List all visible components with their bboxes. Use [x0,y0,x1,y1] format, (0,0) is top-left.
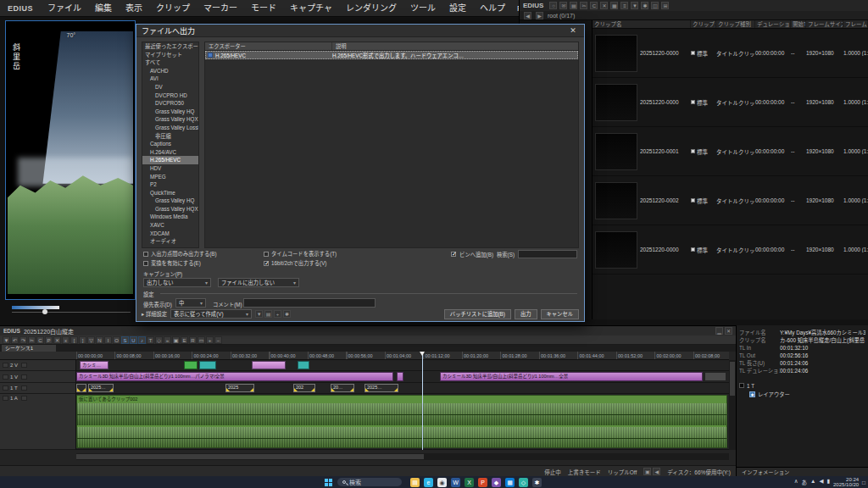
exporter-category[interactable]: DV [142,83,198,92]
paste-icon[interactable]: P [45,336,53,344]
checkbox-16bit[interactable]: 16bit/2chで出力する(V) [264,259,326,267]
audio-clip[interactable]: 仮に置いてあるクリップ002 [76,395,727,448]
scrollbar-thumb[interactable] [76,454,424,459]
timeline-horizontal-scrollbar[interactable] [76,453,729,460]
track-mute-button[interactable] [3,385,8,391]
menu-編集[interactable]: 編集 [88,0,119,17]
copy-icon[interactable]: C [590,2,598,9]
video-clip[interactable] [704,372,726,381]
track-mute-button[interactable] [3,374,8,380]
track-lane-2v[interactable]: カシミ… [76,360,729,371]
exporter-category[interactable]: P2 [142,180,198,189]
tray-expand-icon[interactable]: ∧ [794,478,798,486]
checkbox-icon[interactable] [264,261,269,266]
bin-breadcrumb[interactable]: root (0/17) [548,13,575,19]
track-header-1v[interactable]: 1 V [0,371,76,383]
caption-mode-dropdown[interactable]: 出力しない [143,278,211,287]
track-lock-button[interactable] [21,385,27,391]
close-icon[interactable]: ✕ [725,327,732,335]
preview-monitor[interactable]: 斜里岳 70° [5,20,136,300]
slider-handle[interactable] [42,309,47,314]
save-preset-icon[interactable]: ▼ [255,310,263,318]
ime-icon[interactable]: あ [802,478,808,486]
effect-tree-track[interactable]: 1 T [739,381,865,390]
chrome-icon[interactable]: ◉ [437,478,447,487]
menu-ファイル[interactable]: ファイル [41,0,88,17]
app-teal-icon[interactable]: ◇ [519,478,528,487]
title-clip[interactable]: 20… [331,384,354,392]
bin-column-6[interactable]: フレームレート [843,20,868,28]
snap-icon[interactable]: U [130,336,137,344]
delete-icon[interactable]: ✕ [53,336,61,344]
exporter-category[interactable]: MPEG [142,173,198,181]
settings-icon[interactable]: ✱ [641,2,648,9]
notifications-icon[interactable]: □ [862,480,865,485]
undo-icon[interactable]: ↶ [11,336,19,344]
scrollbar-thumb[interactable] [730,362,735,396]
explorer-icon[interactable]: ▤ [410,478,420,487]
track-lane-1v[interactable]: カシミール3D 知床半島/白山上(斜里岳どり)/1 100mm…パノラマ/全景カ… [76,371,729,383]
sequence-tab[interactable]: シーケンス1 [2,345,56,352]
add-to-batch-button[interactable]: バッチリストに追加(B) [444,309,511,319]
bin-clip-row[interactable]: 20251220-0000標準タイトルクリップ00:00:00:00--1920… [593,225,868,274]
video-clip[interactable] [298,361,309,369]
exporter-category[interactable]: Grass Valley Lossless [142,124,198,132]
cut-icon[interactable]: ✂ [28,336,36,344]
checkbox-icon[interactable] [143,261,148,266]
exporter-category[interactable]: Captions [142,140,198,148]
export-button[interactable]: 出力 [515,309,537,319]
video-clip[interactable] [199,361,216,369]
priority-dropdown[interactable]: 中 [175,298,206,308]
checkbox-show-timecode[interactable]: タイムコードを表示する(T) [264,250,337,258]
zoom-in-icon[interactable]: + [206,336,214,344]
taskbar-search[interactable]: 検索 [337,478,402,486]
column-exporter[interactable]: エクスポーター [205,42,332,50]
cancel-button[interactable]: キャンセル [541,309,579,319]
track-header-1a[interactable]: 1 A [0,394,76,450]
checkbox-icon[interactable] [451,252,456,257]
title-clip[interactable]: 202 [293,384,315,392]
expand-icon[interactable]: ⊞ [661,2,669,9]
menu-ツール[interactable]: ツール [403,0,442,17]
exporter-category[interactable]: QuickTime [142,189,198,197]
back-icon[interactable]: ◀ [524,12,531,19]
preset-filter-dropdown[interactable]: 表示に従って作成(V) [170,309,252,319]
track-header-2v[interactable]: 2 V [0,360,76,371]
track-lane-1a[interactable]: 仮に置いてあるクリップ002 [76,394,729,450]
save-icon[interactable]: ▼ [3,336,10,344]
exporter-category[interactable]: オーディオ [142,237,198,246]
redo-icon[interactable]: ↷ [19,336,27,344]
layout-icon[interactable]: ◫ [651,2,659,9]
mode-insert-icon[interactable]: I [104,336,112,344]
track-mute-button[interactable] [3,363,8,368]
checkbox-enable-convert[interactable]: 変換を有効にする(E) [143,259,201,267]
bin-clip-row[interactable]: 20251220-0001標準タイトルクリップ00:00:00:00--1920… [593,127,868,176]
zoom-out-icon[interactable]: − [214,336,222,344]
mark-out-icon[interactable]: ] [79,336,86,344]
exporter-category[interactable]: 最近使ったエクスポーター [142,42,198,51]
exporter-category[interactable]: AVI [142,75,198,83]
bin-column-0[interactable]: クリップ名 [593,20,691,28]
exporter-category[interactable]: XAVC [142,221,198,230]
track-expand-button[interactable] [21,396,27,401]
delete-icon[interactable]: ✕ [600,2,608,9]
title-clip[interactable] [76,384,86,392]
exporter-category[interactable]: HDV [142,164,198,173]
exporter-category[interactable]: Grass Valley HQ [142,108,198,116]
track-lock-button[interactable] [21,374,27,380]
effect-layouter[interactable]: ✱ レイアウター [739,390,865,398]
caption-file-dropdown[interactable]: ファイルに出力しない [218,278,299,287]
app-blue-icon[interactable]: ▦ [505,478,515,487]
sync-mode-icon[interactable]: S [121,336,129,344]
menu-モード[interactable]: モード [244,0,283,17]
tab-information[interactable]: インフォメーション [737,467,868,476]
start-button[interactable] [325,479,332,486]
transition-icon[interactable]: ◇ [155,336,163,344]
menu-ヘルプ[interactable]: ヘルプ [473,0,512,17]
exporter-category[interactable]: マイプリセット [142,51,198,59]
playhead[interactable] [422,352,423,450]
battery-icon[interactable]: ▮ [826,478,830,486]
word-icon[interactable]: W [451,478,460,487]
copy-icon[interactable]: C [36,336,44,344]
menu-レンダリング[interactable]: レンダリング [339,0,403,17]
